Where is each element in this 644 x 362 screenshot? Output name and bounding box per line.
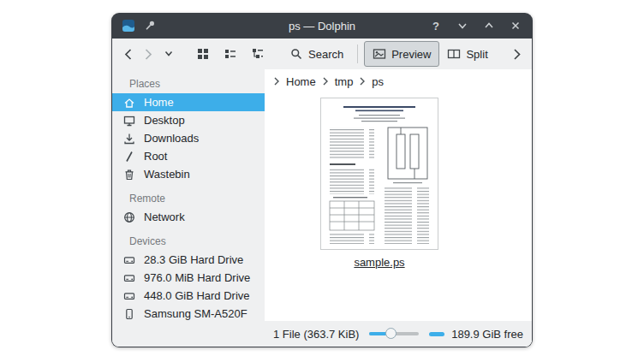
search-button[interactable]: Search bbox=[282, 42, 351, 66]
split-icon bbox=[447, 47, 461, 61]
breadcrumb-ps[interactable]: ps bbox=[372, 75, 384, 88]
toolbar-overflow-icon[interactable] bbox=[510, 47, 523, 61]
file-name[interactable]: sample.ps bbox=[354, 256, 404, 269]
preview-label: Preview bbox=[391, 48, 431, 61]
places-panel: Places Home Desktop bbox=[112, 69, 265, 347]
sidebar-item-downloads[interactable]: Downloads bbox=[112, 129, 265, 147]
preview-icon bbox=[373, 47, 386, 61]
chevron-right-icon bbox=[322, 77, 329, 86]
network-icon bbox=[122, 211, 136, 224]
help-icon[interactable]: ? bbox=[429, 19, 443, 33]
zoom-slider[interactable] bbox=[369, 327, 419, 341]
dolphin-window: ps — Dolphin ? bbox=[111, 13, 533, 347]
wastebin-icon bbox=[122, 168, 136, 181]
home-icon bbox=[122, 96, 136, 110]
zoom-slider-knob[interactable] bbox=[385, 328, 397, 339]
folder-view: Home tmp ps bbox=[265, 69, 532, 347]
downloads-icon bbox=[122, 132, 136, 145]
tree-view-button[interactable] bbox=[246, 42, 270, 66]
history-dropdown-icon[interactable] bbox=[162, 47, 176, 61]
hard-drive-icon bbox=[122, 289, 136, 303]
file-item-sample-ps[interactable]: sample.ps bbox=[294, 98, 465, 269]
hard-drive-icon bbox=[122, 271, 136, 285]
file-area[interactable]: sample.ps bbox=[265, 93, 532, 321]
chevron-right-icon bbox=[359, 77, 366, 86]
file-preview-thumbnail bbox=[321, 98, 438, 249]
back-icon[interactable] bbox=[121, 47, 134, 61]
sidebar-item-network[interactable]: Network bbox=[112, 208, 265, 226]
sidebar-item-root[interactable]: Root bbox=[112, 147, 265, 165]
section-remote: Remote bbox=[112, 191, 265, 208]
pin-icon[interactable] bbox=[143, 19, 157, 33]
sidebar-item-drive-1[interactable]: 28.3 GiB Hard Drive bbox=[112, 251, 265, 269]
breadcrumb: Home tmp ps bbox=[265, 69, 532, 93]
statusbar: 1 File (363.7 KiB) 189.9 GiB free bbox=[265, 321, 532, 347]
section-devices: Devices bbox=[112, 234, 265, 251]
search-icon bbox=[289, 47, 303, 61]
desktop-icon bbox=[122, 114, 136, 128]
close-icon[interactable] bbox=[509, 19, 522, 33]
section-places: Places bbox=[112, 76, 265, 93]
split-label: Split bbox=[466, 48, 487, 61]
sidebar-item-drive-2[interactable]: 976.0 MiB Hard Drive bbox=[112, 269, 265, 287]
sidebar-item-wastebin[interactable]: Wastebin bbox=[112, 165, 265, 183]
window-body: Search Preview Split bbox=[112, 39, 532, 347]
root-icon bbox=[122, 150, 136, 163]
search-label: Search bbox=[308, 48, 343, 61]
maximize-icon[interactable] bbox=[482, 19, 496, 33]
sidebar-item-desktop[interactable]: Desktop bbox=[112, 111, 265, 129]
status-summary: 1 File (363.7 KiB) bbox=[273, 328, 359, 341]
phone-icon bbox=[122, 307, 136, 321]
breadcrumb-tmp[interactable]: tmp bbox=[335, 75, 354, 88]
breadcrumb-home[interactable]: Home bbox=[286, 75, 316, 88]
toolbar-separator bbox=[357, 45, 358, 63]
details-view-button[interactable] bbox=[218, 42, 242, 66]
desktop: ps — Dolphin ? bbox=[0, 0, 644, 362]
forward-icon[interactable] bbox=[141, 47, 155, 61]
preview-button[interactable]: Preview bbox=[364, 41, 439, 67]
free-space-bar bbox=[429, 332, 444, 336]
minimize-icon[interactable] bbox=[456, 19, 469, 33]
app-icon bbox=[122, 19, 135, 33]
chevron-right-icon bbox=[273, 77, 280, 86]
icons-view-button[interactable] bbox=[191, 42, 215, 66]
sidebar-item-home[interactable]: Home bbox=[112, 93, 265, 111]
split-button[interactable]: Split bbox=[439, 42, 495, 66]
toolbar: Search Preview Split bbox=[112, 39, 532, 69]
sidebar-item-phone[interactable]: Samsung SM-A520F bbox=[112, 305, 265, 323]
sidebar-item-drive-3[interactable]: 448.0 GiB Hard Drive bbox=[112, 287, 265, 305]
titlebar[interactable]: ps — Dolphin ? bbox=[111, 13, 533, 39]
free-space-text: 189.9 GiB free bbox=[451, 328, 523, 341]
hard-drive-icon bbox=[122, 253, 136, 267]
